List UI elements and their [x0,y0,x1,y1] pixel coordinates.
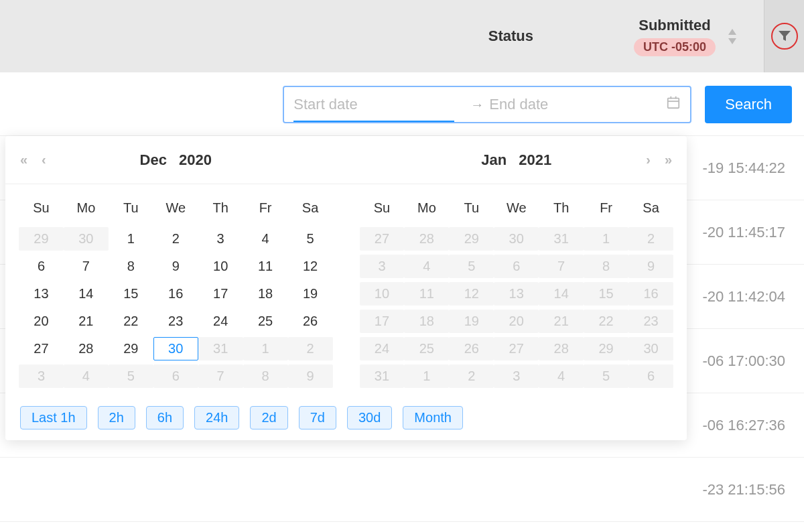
calendar-day[interactable]: 4 [64,364,109,388]
calendar-day[interactable]: 11 [404,282,449,306]
preset-button[interactable]: 6h [146,406,184,429]
calendar-day[interactable]: 1 [584,227,628,251]
calendar-day[interactable]: 19 [449,310,494,333]
calendar-day[interactable]: 12 [288,255,333,278]
calendar-day[interactable]: 27 [19,337,64,360]
calendar-day[interactable]: 30 [64,227,109,251]
next-year-button[interactable]: » [661,152,676,168]
left-month-label[interactable]: Dec [140,151,167,168]
left-year-label[interactable]: 2020 [179,151,212,168]
calendar-day[interactable]: 12 [449,282,494,306]
calendar-day[interactable]: 23 [628,310,673,333]
calendar-day[interactable]: 16 [153,282,198,306]
calendar-day[interactable]: 14 [64,282,109,306]
preset-button[interactable]: 2d [250,406,287,429]
calendar-day[interactable]: 1 [109,227,153,251]
calendar-day[interactable]: 15 [109,282,153,306]
calendar-day[interactable]: 11 [243,255,288,278]
calendar-day[interactable]: 13 [19,282,64,306]
calendar-day[interactable]: 30 [628,337,673,360]
calendar-day[interactable]: 1 [404,364,449,388]
calendar-day[interactable]: 9 [628,255,673,278]
calendar-day[interactable]: 18 [243,282,288,306]
calendar-day[interactable]: 6 [628,364,673,388]
calendar-day[interactable]: 17 [198,282,243,306]
calendar-day[interactable]: 2 [288,337,333,360]
right-year-label[interactable]: 2021 [519,151,551,168]
right-month-label[interactable]: Jan [481,151,507,168]
calendar-day[interactable]: 27 [494,337,539,360]
calendar-day[interactable]: 2 [153,227,198,251]
calendar-day[interactable]: 24 [198,310,243,333]
calendar-day[interactable]: 7 [64,255,109,278]
calendar-day[interactable]: 21 [64,310,109,333]
calendar-day[interactable]: 20 [494,310,539,333]
calendar-day[interactable]: 3 [360,255,405,278]
calendar-day[interactable]: 25 [404,337,449,360]
calendar-day[interactable]: 1 [243,337,288,360]
calendar-day[interactable]: 4 [243,227,288,251]
calendar-day[interactable]: 29 [19,227,64,251]
calendar-day[interactable]: 18 [404,310,449,333]
calendar-day[interactable]: 4 [404,255,449,278]
calendar-day[interactable]: 10 [198,255,243,278]
calendar-day[interactable]: 22 [584,310,628,333]
calendar-day[interactable]: 2 [449,364,494,388]
calendar-day[interactable]: 29 [109,337,153,360]
date-range-input[interactable]: Start date → End date [283,86,691,123]
calendar-day[interactable]: 5 [288,227,333,251]
calendar-day[interactable]: 3 [19,364,64,388]
calendar-day[interactable]: 31 [360,364,405,388]
calendar-day[interactable]: 7 [539,255,584,278]
calendar-day[interactable]: 30 [153,337,198,360]
calendar-day[interactable]: 28 [404,227,449,251]
calendar-day[interactable]: 26 [449,337,494,360]
calendar-day[interactable]: 9 [153,255,198,278]
prev-year-button[interactable]: « [16,152,31,168]
calendar-day[interactable]: 14 [539,282,584,306]
result-row[interactable]: -23 21:15:56 [0,458,804,522]
calendar-day[interactable]: 16 [628,282,673,306]
calendar-day[interactable]: 25 [243,310,288,333]
calendar-day[interactable]: 10 [360,282,405,306]
filter-button[interactable] [771,23,798,50]
calendar-day[interactable]: 22 [109,310,153,333]
preset-button[interactable]: 7d [299,406,336,429]
calendar-day[interactable]: 6 [153,364,198,388]
preset-button[interactable]: 2h [98,406,135,429]
calendar-day[interactable]: 6 [494,255,539,278]
calendar-day[interactable]: 24 [360,337,405,360]
calendar-day[interactable]: 8 [584,255,628,278]
calendar-day[interactable]: 5 [584,364,628,388]
calendar-day[interactable]: 31 [539,227,584,251]
preset-button[interactable]: 30d [347,406,392,429]
status-column-header[interactable]: Status [488,27,533,45]
calendar-day[interactable]: 27 [360,227,405,251]
calendar-day[interactable]: 21 [539,310,584,333]
preset-button[interactable]: 24h [194,406,239,429]
calendar-day[interactable]: 30 [494,227,539,251]
calendar-day[interactable]: 28 [539,337,584,360]
calendar-day[interactable]: 8 [243,364,288,388]
calendar-day[interactable]: 26 [288,310,333,333]
sort-icon[interactable] [728,29,737,44]
calendar-day[interactable]: 3 [494,364,539,388]
calendar-day[interactable]: 29 [584,337,628,360]
calendar-day[interactable]: 7 [198,364,243,388]
next-month-button[interactable]: › [642,152,655,168]
calendar-day[interactable]: 4 [539,364,584,388]
calendar-day[interactable]: 9 [288,364,333,388]
calendar-day[interactable]: 8 [109,255,153,278]
preset-button[interactable]: Last 1h [20,406,87,429]
calendar-day[interactable]: 3 [198,227,243,251]
search-button[interactable]: Search [705,86,792,123]
calendar-day[interactable]: 6 [19,255,64,278]
calendar-day[interactable]: 13 [494,282,539,306]
calendar-day[interactable]: 2 [628,227,673,251]
calendar-day[interactable]: 28 [64,337,109,360]
calendar-day[interactable]: 5 [449,255,494,278]
prev-month-button[interactable]: ‹ [38,152,50,168]
submitted-column-header[interactable]: Submitted UTC -05:00 [634,17,737,56]
calendar-day[interactable]: 20 [19,310,64,333]
calendar-day[interactable]: 17 [360,310,405,333]
